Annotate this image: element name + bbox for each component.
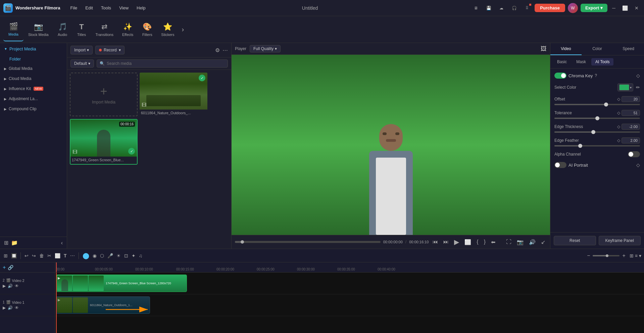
layout-icon[interactable]: ⊞ (3, 252, 9, 259)
upload-icon[interactable]: ☁ (496, 3, 506, 13)
zoom-out-icon[interactable]: − (587, 253, 590, 259)
avatar[interactable]: W (568, 3, 578, 13)
purchase-button[interactable]: Purchase (535, 4, 565, 12)
undo-icon[interactable]: ↩ (23, 252, 30, 259)
list-view-icon[interactable]: ≡ (635, 253, 638, 258)
toolbar-more[interactable]: › (179, 26, 187, 33)
record-button[interactable]: Record ▾ (95, 46, 125, 54)
redo-icon[interactable]: ↪ (31, 252, 37, 259)
edge-thickness-diamond-icon[interactable]: ◇ (617, 124, 620, 129)
video2-eye-icon[interactable]: 👁 (15, 284, 19, 288)
full-screen-button[interactable]: ⛶ (505, 238, 513, 246)
menu-help[interactable]: Help (133, 4, 149, 12)
play-button[interactable]: ▶ (453, 237, 460, 247)
zoom-slider[interactable] (593, 255, 620, 256)
video2-play-icon[interactable]: ▶ (3, 284, 6, 288)
sidebar-item-compound-clip[interactable]: ▶ Compound Clip (0, 104, 67, 114)
ai-portrait-toggle[interactable] (554, 162, 566, 168)
default-select[interactable]: Default ▾ (70, 59, 94, 68)
edge-thickness-value[interactable]: -2.00 (622, 124, 640, 130)
clip-ai-icon[interactable]: ✦ (131, 252, 137, 259)
headset-icon[interactable]: 🎧 (509, 3, 519, 13)
tab-video[interactable]: Video (550, 43, 582, 55)
tolerance-slider[interactable] (554, 118, 640, 119)
subtab-basic[interactable]: Basic (553, 58, 571, 66)
menu-edit[interactable]: Edit (82, 4, 96, 12)
crop-icon[interactable]: ⬜ (54, 252, 61, 259)
tab-filters[interactable]: 🎨 Filters (138, 18, 156, 41)
offset-slider[interactable] (554, 104, 640, 105)
prev-frame-button[interactable]: ⏮ (431, 238, 439, 246)
progress-dot[interactable] (241, 240, 244, 244)
edge-feather-value[interactable]: 2.00 (622, 137, 640, 143)
quality-select[interactable]: Full Quality ▾ (250, 45, 281, 52)
tab-audio[interactable]: 🎵 Audio (53, 18, 72, 41)
tolerance-diamond-icon[interactable]: ◇ (617, 111, 620, 115)
step-back-button[interactable]: ⏭ (442, 238, 450, 246)
chroma-key-help-icon[interactable]: ? (595, 73, 597, 78)
close-button[interactable]: ✕ (633, 5, 641, 11)
edge-thickness-slider[interactable] (554, 131, 640, 133)
preview-view-icon[interactable]: 🖼 (541, 45, 547, 52)
subtab-ai-tools[interactable]: AI Tools (591, 58, 613, 66)
delete-icon[interactable]: 🗑 (38, 252, 45, 259)
tab-media[interactable]: 🎬 Media (3, 18, 23, 41)
sidebar-folder[interactable]: Folder (0, 55, 67, 64)
media-item-green[interactable]: 00:00:16 ✓ 🎞 1747949_Green Screen_Blue..… (70, 119, 138, 165)
edge-thickness-slider-thumb[interactable] (591, 130, 595, 134)
alpha-channel-toggle[interactable] (628, 151, 640, 157)
chroma-key-toggle[interactable] (554, 73, 566, 79)
minimize-button[interactable]: ─ (610, 5, 617, 11)
reset-button[interactable]: Reset (554, 236, 596, 245)
filter-icon[interactable]: ⚙ (215, 47, 220, 53)
tab-speed[interactable]: Speed (613, 43, 644, 55)
color-swatch-dropdown[interactable]: ▾ (617, 83, 633, 91)
stop-button[interactable]: ⬜ (463, 238, 473, 246)
monitor-icon[interactable]: 🖥 (471, 3, 481, 13)
tolerance-value[interactable]: 51 (622, 110, 640, 116)
tab-titles[interactable]: T Titles (72, 18, 91, 41)
mark-in-button[interactable]: { (475, 238, 480, 246)
color-grading-icon[interactable]: ⬤ (82, 251, 90, 260)
video1-play-icon[interactable]: ▶ (3, 305, 6, 310)
edge-feather-slider-thumb[interactable] (578, 144, 582, 148)
tab-stickers[interactable]: ⭐ Stickers (157, 18, 178, 41)
motion-track-icon[interactable]: ⊡ (123, 252, 129, 259)
folder-icon[interactable]: 📁 (11, 240, 18, 246)
audio-tl-icon[interactable]: ♫ (138, 252, 144, 259)
sidebar-item-global-media[interactable]: ▶ Global Media (0, 64, 67, 74)
tl-more-icon[interactable]: ▾ (639, 253, 641, 258)
add-folder-icon[interactable]: ⊞ (4, 240, 8, 246)
offset-slider-thumb[interactable] (604, 102, 608, 107)
tab-effects[interactable]: ✨ Effects (118, 18, 137, 41)
media-item-nature[interactable]: ✓ 🎞 6011864_Nature_Outdoors_... (140, 73, 207, 117)
progress-bar[interactable] (235, 241, 381, 243)
sidebar-item-influence-kit[interactable]: ▶ Influence Kit NEW (0, 84, 67, 94)
clip-green-screen[interactable]: 1747949_Green Screen_Blue Screen_1280x72… (56, 275, 187, 292)
tab-color[interactable]: Color (582, 43, 613, 55)
sidebar-item-cloud-media[interactable]: ▶ Cloud Media (0, 74, 67, 84)
video1-eye-icon[interactable]: 👁 (15, 305, 19, 310)
volume-button[interactable]: 🔊 (528, 238, 537, 246)
offset-diamond-icon[interactable]: ◇ (617, 97, 620, 101)
tab-stock[interactable]: 📷 Stock Media (24, 18, 53, 41)
apps-icon[interactable]: ⠿ (522, 3, 532, 13)
sidebar-item-adjustment[interactable]: ▶ Adjustment La... (0, 94, 67, 104)
snapshot-button[interactable]: 📷 (515, 238, 525, 246)
more-icon[interactable]: ⋯ (222, 47, 228, 53)
menu-view[interactable]: View (116, 4, 132, 12)
speed-icon[interactable]: ◉ (92, 252, 98, 259)
more-ctrl-button[interactable]: ↙ (540, 238, 547, 246)
record-tl-icon[interactable]: 🎤 (106, 252, 114, 259)
link-track-icon[interactable]: 🔗 (8, 265, 13, 270)
video1-volume-icon[interactable]: 🔊 (8, 305, 13, 310)
mark-out-button[interactable]: } (483, 238, 487, 246)
video2-volume-icon[interactable]: 🔊 (8, 284, 13, 288)
freeze-icon[interactable]: ⬡ (99, 252, 105, 259)
import-button[interactable]: Import ▾ (70, 46, 93, 54)
subtab-mask[interactable]: Mask (572, 58, 590, 66)
menu-file[interactable]: File (67, 4, 81, 12)
chroma-key-diamond-icon[interactable]: ◇ (636, 73, 640, 78)
offset-value[interactable]: 20 (622, 96, 640, 102)
add-track-icon[interactable]: + (3, 264, 6, 270)
